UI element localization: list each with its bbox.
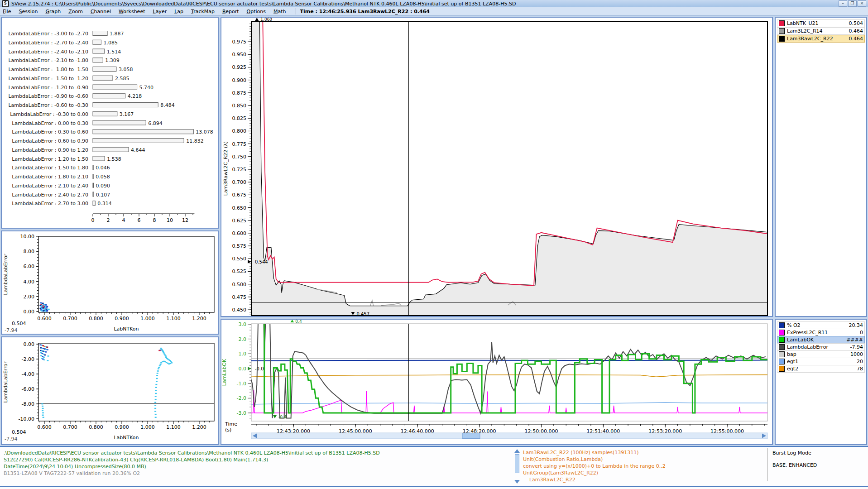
time-axis-label: Time(s) xyxy=(225,421,237,433)
svg-text:0.900: 0.900 xyxy=(115,424,129,430)
lower-timeseries-chart[interactable]: 3.02.01.00.0-1.0-2.0-3.0LamLabOK0.4-0.4-… xyxy=(221,320,772,444)
channel-row-lam3rawl2c-r22[interactable]: Lam3RawL2C_R220.464 xyxy=(777,35,865,43)
svg-text:1.100: 1.100 xyxy=(166,316,181,321)
menu-file[interactable]: File xyxy=(3,9,11,14)
svg-text:0.475: 0.475 xyxy=(232,294,247,300)
scroll-up-icon[interactable] xyxy=(514,449,520,453)
menu-worksheet[interactable]: Worksheet xyxy=(119,9,145,14)
svg-text:LabNTKon: LabNTKon xyxy=(114,326,139,332)
channel-row-egt1[interactable]: egt120 xyxy=(777,358,865,365)
svg-text:0.600: 0.600 xyxy=(37,316,52,321)
svg-text:LabNTKon: LabNTKon xyxy=(114,435,139,441)
svg-text:12: 12 xyxy=(182,217,188,223)
svg-text:-7.94: -7.94 xyxy=(5,327,17,333)
menu-session[interactable]: Session xyxy=(19,9,38,14)
channel-info-scrollbar[interactable] xyxy=(514,449,520,484)
svg-text:0.700: 0.700 xyxy=(63,424,77,430)
svg-text:0.058: 0.058 xyxy=(96,174,110,180)
channel-info-line: Lam3RawL2C_R22 xyxy=(523,476,758,483)
channel-row-lamlabok[interactable]: LamLabOK#### xyxy=(777,336,865,344)
svg-text:1.200: 1.200 xyxy=(192,316,206,321)
minimize-button[interactable]: – xyxy=(839,0,847,7)
menu-items: FileSessionGraphZoomChannelWorksheetLaye… xyxy=(3,9,294,14)
svg-text:-0.4: -0.4 xyxy=(278,415,287,419)
svg-text:0.950: 0.950 xyxy=(232,52,247,58)
svg-text:0.800: 0.800 xyxy=(89,316,103,321)
svg-text:0.800: 0.800 xyxy=(232,128,247,134)
channel-name: LambdaLabError xyxy=(787,344,850,350)
log-file-info: .\DownloadedData\RICESP\ECU sensor actua… xyxy=(4,450,506,477)
app-icon: S xyxy=(2,0,9,7)
maximize-button[interactable]: ❐ xyxy=(848,0,857,7)
svg-text:LambdaLabError : -0.90 to -0.6: LambdaLabError : -0.90 to -0.60 xyxy=(8,93,88,99)
svg-text:0.600: 0.600 xyxy=(37,424,52,430)
svg-text:10: 10 xyxy=(167,217,173,223)
channel-name: Lam3RawL2C_R22 xyxy=(787,36,849,42)
svg-text:8.484: 8.484 xyxy=(160,102,175,108)
scatter-bottom-chart: 0.6000.7000.8000.9001.0001.1001.2000.00-… xyxy=(2,337,218,444)
svg-text:0.700: 0.700 xyxy=(63,316,77,321)
svg-text:2.00: 2.00 xyxy=(24,294,35,300)
svg-text:0.600: 0.600 xyxy=(232,230,247,236)
menu-layer[interactable]: Layer xyxy=(153,9,167,14)
svg-text:LambdaLabError : -3.00 to -2.7: LambdaLabError : -3.00 to -2.70 xyxy=(8,31,88,37)
scatter-top-panel[interactable]: 0.6000.7000.8000.9001.0001.1001.2000.002… xyxy=(1,230,219,335)
svg-text:-7.94: -7.94 xyxy=(5,436,17,442)
channel-row--o2[interactable]: % O220.34 xyxy=(777,321,865,329)
menu-trackmap[interactable]: TrackMap xyxy=(191,9,215,14)
scrollbar-thumb[interactable] xyxy=(515,454,519,473)
svg-text:5.740: 5.740 xyxy=(139,85,154,91)
histogram-panel[interactable]: LambdaLabError : -3.00 to -2.701.887Lamb… xyxy=(1,17,219,229)
channel-row-lambdalaberror[interactable]: LambdaLabError-7.94 xyxy=(777,343,865,351)
svg-text:LambdaLabError : 2.40 to 2.70: LambdaLabError : 2.40 to 2.70 xyxy=(12,192,88,198)
svg-text:-3.0: -3.0 xyxy=(237,410,246,416)
svg-text:LambdaLabError : -1.80 to -1.5: LambdaLabError : -1.80 to -1.50 xyxy=(8,67,88,72)
svg-text:LambdaLabError: LambdaLabError xyxy=(3,361,9,403)
legend-bottom-panel[interactable]: % O220.34ExPressL2C_R110LamLabOK####Lamb… xyxy=(775,319,867,445)
channel-color-swatch xyxy=(779,36,785,42)
channel-row-expressl2c-r11[interactable]: ExPressL2C_R110 xyxy=(777,329,865,336)
menu-zoom[interactable]: Zoom xyxy=(68,9,83,14)
svg-text:13.078: 13.078 xyxy=(196,129,213,135)
svg-text:LamLabOK: LamLabOK xyxy=(221,359,227,386)
channel-value: 0.464 xyxy=(849,36,863,42)
menu-lap[interactable]: Lap xyxy=(174,9,183,14)
svg-text:4.218: 4.218 xyxy=(128,93,142,99)
channel-info-line: convert using y=(x/1000)+0 to Lambda in … xyxy=(523,463,758,470)
menu-bar: FileSessionGraphZoomChannelWorksheetLaye… xyxy=(0,7,868,16)
svg-text:0.925: 0.925 xyxy=(232,64,247,70)
status-line: DateTime(2024\9\24 10:04) UncompressedSi… xyxy=(4,463,506,470)
scroll-down-icon[interactable] xyxy=(514,480,520,484)
menu-math[interactable]: Math xyxy=(273,9,286,14)
main-chart-panel[interactable]: 0.4500.4750.5000.5250.5500.5750.6000.625… xyxy=(221,17,773,317)
menu-graph[interactable]: Graph xyxy=(45,9,61,14)
close-button[interactable]: × xyxy=(858,0,866,7)
svg-text:0.00: 0.00 xyxy=(24,341,35,347)
svg-text:0.550: 0.550 xyxy=(232,256,247,262)
main-timeseries-chart[interactable]: 0.4500.4750.5000.5250.5500.5750.6000.625… xyxy=(221,18,772,316)
channel-row-lam3l2c-r14[interactable]: Lam3L2C_R140.464 xyxy=(777,27,865,35)
channel-color-swatch xyxy=(779,322,785,328)
log-mode-value: BASE, ENHANCED xyxy=(772,462,817,469)
channel-name: egt1 xyxy=(787,359,857,364)
svg-text:LambdaLabError : -2.40 to -2.1: LambdaLabError : -2.40 to -2.10 xyxy=(8,49,88,55)
legend-top-panel[interactable]: LabNTK_U210.504Lam3L2C_R140.464Lam3RawL2… xyxy=(775,17,867,317)
menu-options[interactable]: Options xyxy=(247,9,266,14)
svg-text:0.525: 0.525 xyxy=(232,268,247,274)
menu-channel[interactable]: Channel xyxy=(91,9,111,14)
channel-value: 0.504 xyxy=(849,20,863,26)
svg-text:0.450: 0.450 xyxy=(232,307,247,313)
svg-text:LambdaLabError : -2.70 to -2.4: LambdaLabError : -2.70 to -2.40 xyxy=(8,40,88,46)
channel-row-bap[interactable]: bap1000 xyxy=(777,350,865,358)
svg-text:0.504: 0.504 xyxy=(12,321,26,326)
channel-row-labntk-u21[interactable]: LabNTK_U210.504 xyxy=(777,19,865,27)
svg-text:3.058: 3.058 xyxy=(119,67,133,72)
channel-row-egt2[interactable]: egt278 xyxy=(777,365,865,373)
lower-chart-panel[interactable]: 3.02.01.00.0-1.0-2.0-3.0LamLabOK0.4-0.4-… xyxy=(221,319,773,445)
title-bar: S SView 2.15.274 : C:\Users\Public\Docum… xyxy=(0,0,868,7)
window-title: SView 2.15.274 : C:\Users\Public\Documen… xyxy=(11,1,516,7)
scatter-bottom-panel[interactable]: 0.6000.7000.8000.9001.0001.1001.2000.00-… xyxy=(1,336,219,445)
menu-report[interactable]: Report xyxy=(222,9,239,14)
svg-text:1.100: 1.100 xyxy=(166,424,181,430)
svg-text:LambdaLabError: LambdaLabError xyxy=(3,254,9,295)
